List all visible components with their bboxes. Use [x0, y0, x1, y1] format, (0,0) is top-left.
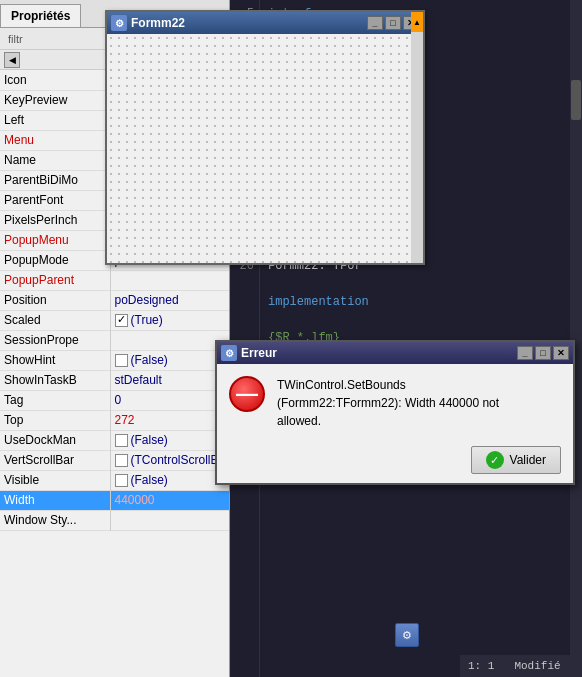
scroll-up-btn[interactable]: ▲	[411, 12, 423, 32]
table-row[interactable]: VertScrollBar(TControlScrollB	[0, 450, 229, 470]
prop-checkbox[interactable]	[115, 314, 128, 327]
error-minimize-btn[interactable]: _	[517, 346, 533, 360]
form-scroll: ▲	[411, 12, 423, 263]
prop-name-cell: UseDockMan	[0, 430, 110, 450]
prop-name-cell: Scaled	[0, 310, 110, 330]
prop-name-cell: Width	[0, 490, 110, 510]
prop-name-cell: VertScrollBar	[0, 450, 110, 470]
prop-name-cell: Window Sty...	[0, 510, 110, 530]
prop-value-cell: (TControlScrollB	[110, 450, 229, 470]
error-restore-btn[interactable]: □	[535, 346, 551, 360]
form-window: ⚙ Formm22 _ □ ✕ ▲	[105, 10, 425, 265]
prop-value-cell: (False)	[110, 430, 229, 450]
code-line	[268, 275, 574, 293]
table-row[interactable]: Scaled(True)	[0, 310, 229, 330]
error-line3: allowed.	[277, 414, 321, 428]
code-line	[268, 311, 574, 329]
tab-properties[interactable]: Propriétés	[0, 4, 81, 27]
table-row[interactable]: ShowInTaskBstDefault	[0, 370, 229, 390]
valider-label: Valider	[510, 453, 546, 467]
error-body: — TWinControl.SetBounds (Formm22:TFormm2…	[217, 364, 573, 442]
vertical-scrollbar[interactable]	[570, 0, 582, 655]
error-footer: ✓ Valider	[217, 442, 573, 482]
form-body: ▲	[107, 34, 423, 263]
table-row[interactable]: Window Sty...	[0, 510, 229, 530]
form-title-icon: ⚙	[111, 15, 127, 31]
prop-name-cell: ParentBiDiMo	[0, 170, 110, 190]
nav-left-btn[interactable]: ◀	[4, 52, 20, 68]
prop-name-cell: Icon	[0, 70, 110, 90]
prop-name-cell: Name	[0, 150, 110, 170]
line-number	[230, 275, 254, 293]
error-window-controls: _ □ ✕	[517, 346, 569, 360]
error-titlebar: ⚙ Erreur _ □ ✕	[217, 342, 573, 364]
table-row[interactable]: PopupParent	[0, 270, 229, 290]
filter-label: filtr	[8, 33, 23, 45]
prop-checkbox[interactable]	[115, 354, 128, 367]
prop-name-cell: Left	[0, 110, 110, 130]
restore-btn[interactable]: □	[385, 16, 401, 30]
prop-value-cell: (False)	[110, 350, 229, 370]
form-title-text: Formm22	[131, 16, 367, 30]
code-line: implementation	[268, 293, 574, 311]
form-titlebar: ⚙ Formm22 _ □ ✕	[107, 12, 423, 34]
prop-value-cell	[110, 510, 229, 530]
table-row[interactable]: Width440000	[0, 490, 229, 510]
prop-checkbox[interactable]	[115, 474, 128, 487]
prop-name-cell: PopupMenu	[0, 230, 110, 250]
prop-value-cell: (False)	[110, 470, 229, 490]
prop-value-cell	[110, 330, 229, 350]
error-dialog: ⚙ Erreur _ □ ✕ — TWinControl.SetBounds (…	[215, 340, 575, 485]
prop-checkbox[interactable]	[115, 454, 128, 467]
prop-checkbox[interactable]	[115, 434, 128, 447]
error-message: TWinControl.SetBounds (Formm22:TFormm22)…	[277, 376, 561, 430]
error-title-icon: ⚙	[221, 345, 237, 361]
prop-name-cell: ShowHint	[0, 350, 110, 370]
scroll-thumb[interactable]	[571, 80, 581, 120]
table-row[interactable]: ShowHint(False)	[0, 350, 229, 370]
prop-name-cell: Menu	[0, 130, 110, 150]
table-row[interactable]: UseDockMan(False)	[0, 430, 229, 450]
prop-name-cell: Visible	[0, 470, 110, 490]
table-row[interactable]: Visible(False)	[0, 470, 229, 490]
cursor-position: 1: 1	[468, 660, 494, 672]
prop-value-cell: 0	[110, 390, 229, 410]
prop-value-cell: 272	[110, 410, 229, 430]
prop-name-cell: PixelsPerInch	[0, 210, 110, 230]
edit-status: Modifié	[514, 660, 560, 672]
status-bar: 1: 1 Modifié	[460, 655, 582, 677]
table-row[interactable]: Top272	[0, 410, 229, 430]
prop-name-cell: KeyPreview	[0, 90, 110, 110]
error-close-btn[interactable]: ✕	[553, 346, 569, 360]
line-number	[230, 311, 254, 329]
prop-name-cell: Top	[0, 410, 110, 430]
prop-name-cell: ShowInTaskB	[0, 370, 110, 390]
error-stop-icon: —	[229, 376, 265, 412]
prop-name-cell: ParentFont	[0, 190, 110, 210]
table-row[interactable]: SessionPrope	[0, 330, 229, 350]
valider-button[interactable]: ✓ Valider	[471, 446, 561, 474]
prop-name-cell: SessionPrope	[0, 330, 110, 350]
prop-name-cell: PopupMode	[0, 250, 110, 270]
form-icon-small: ⚙	[395, 623, 419, 647]
error-line2: (Formm22:TFormm22): Width 440000 not	[277, 396, 499, 410]
prop-name-cell: PopupParent	[0, 270, 110, 290]
prop-value-cell: stDefault	[110, 370, 229, 390]
prop-value-cell: (True)	[110, 310, 229, 330]
prop-value-cell	[110, 270, 229, 290]
table-row[interactable]: PositionpoDesigned	[0, 290, 229, 310]
prop-name-cell: Tag	[0, 390, 110, 410]
error-title-text: Erreur	[241, 346, 517, 360]
table-row[interactable]: Tag0	[0, 390, 229, 410]
prop-name-cell: Position	[0, 290, 110, 310]
valider-icon: ✓	[486, 451, 504, 469]
line-number	[230, 293, 254, 311]
prop-value-cell: poDesigned	[110, 290, 229, 310]
minimize-btn[interactable]: _	[367, 16, 383, 30]
prop-value-cell: 440000	[110, 490, 229, 510]
error-line1: TWinControl.SetBounds	[277, 378, 406, 392]
